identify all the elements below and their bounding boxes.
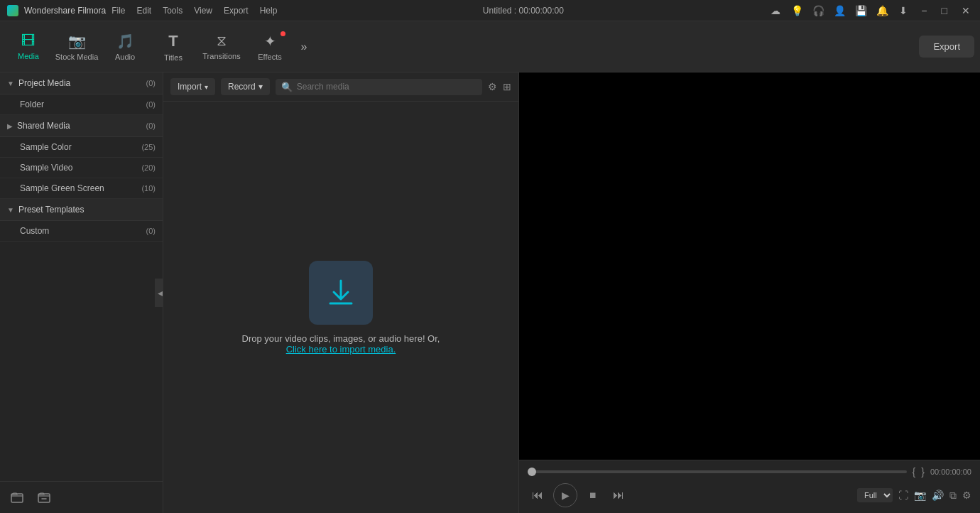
preview-buttons: ⏮ ▶ ⏹ ⏭ Full 1/2 1/4 ⛶ 📷 🔊 ⧉ ⚙ xyxy=(528,483,971,507)
pip-icon[interactable]: ⧉ xyxy=(949,490,957,502)
title-bar: Wondershare Filmora File Edit Tools View… xyxy=(0,0,980,21)
volume-icon[interactable]: 🔊 xyxy=(932,490,944,501)
tool-audio[interactable]: 🎵 Audio xyxy=(102,26,148,68)
menu-export[interactable]: Export xyxy=(224,6,249,16)
minimize-button[interactable]: − xyxy=(918,5,930,16)
close-button[interactable]: ✕ xyxy=(959,5,973,16)
import-label: Import xyxy=(178,82,202,92)
app-logo xyxy=(7,5,18,16)
preview-quality: Full 1/2 1/4 xyxy=(857,488,893,502)
menu-edit[interactable]: Edit xyxy=(137,6,152,16)
sidebar-item-custom[interactable]: Custom (0) xyxy=(0,221,163,242)
stop-button[interactable]: ⏹ xyxy=(583,485,603,505)
custom-count: (0) xyxy=(146,227,156,235)
titles-icon: T xyxy=(168,32,178,50)
sidebar-item-folder[interactable]: Folder (0) xyxy=(0,94,163,115)
preview-right-icons: ⛶ 📷 🔊 ⧉ ⚙ xyxy=(898,490,971,502)
drop-link[interactable]: Click here to import media. xyxy=(286,344,396,355)
effects-icon: ✦ xyxy=(264,33,276,50)
record-label: Record xyxy=(228,82,256,92)
sidebar-section-preset-templates[interactable]: ▼ Preset Templates xyxy=(0,199,163,221)
fullscreen-icon[interactable]: ⛶ xyxy=(898,490,908,501)
import-arrow-icon: ▾ xyxy=(205,83,208,91)
tool-stock-media[interactable]: 📷 Stock Media xyxy=(54,26,99,68)
sample-color-count: (25) xyxy=(141,143,156,151)
media-panel: Import ▾ Record ▾ 🔍 ⚙ ⊞ xyxy=(163,72,518,513)
grid-icon[interactable]: ⊞ xyxy=(503,81,511,92)
sidebar-collapse-button[interactable]: ◀ xyxy=(155,279,163,307)
maximize-button[interactable]: □ xyxy=(939,5,950,16)
tool-media-label: Media xyxy=(18,52,39,60)
marker-left[interactable]: { xyxy=(913,466,916,477)
sidebar-item-sample-video[interactable]: Sample Video (20) xyxy=(0,158,163,178)
title-bar-left: Wondershare Filmora File Edit Tools View… xyxy=(7,5,277,16)
project-media-label: Project Media xyxy=(18,78,146,88)
headphone-icon[interactable]: 🎧 xyxy=(812,4,824,17)
play-button[interactable]: ▶ xyxy=(553,483,577,507)
menu-view[interactable]: View xyxy=(194,6,212,16)
download-icon[interactable]: ⬇ xyxy=(897,4,910,17)
title-center: Untitled : 00:00:00:00 xyxy=(483,6,564,16)
preset-templates-chevron-icon: ▼ xyxy=(7,206,14,214)
tool-media[interactable]: 🎞 Media xyxy=(6,26,51,68)
svg-rect-1 xyxy=(38,494,50,502)
main-area: ▼ Project Media (0) Folder (0) ▶ Shared … xyxy=(0,72,980,513)
download-icon xyxy=(323,275,359,310)
drop-icon-container xyxy=(309,261,373,325)
stock-media-icon: 📷 xyxy=(68,33,86,50)
title-bar-menu: File Edit Tools View Export Help xyxy=(111,6,277,16)
step-back-button[interactable]: ⏮ xyxy=(528,485,548,505)
tool-transitions-label: Transitions xyxy=(202,52,240,60)
media-drop-area[interactable]: Drop your video clips, images, or audio … xyxy=(163,102,518,513)
step-forward-button[interactable]: ⏭ xyxy=(609,485,628,505)
preview-panel: { } 00:00:00:00 ⏮ ▶ ⏹ ⏭ Full 1/2 1/4 ⛶ xyxy=(518,72,980,513)
sidebar: ▼ Project Media (0) Folder (0) ▶ Shared … xyxy=(0,72,163,513)
screenshot-icon[interactable]: 📷 xyxy=(914,490,926,501)
tool-effects[interactable]: ✦ Effects xyxy=(247,26,293,68)
search-input[interactable] xyxy=(297,82,477,92)
quality-select[interactable]: Full 1/2 1/4 xyxy=(857,488,893,502)
transitions-icon: ⧖ xyxy=(217,33,227,49)
preview-controls: { } 00:00:00:00 ⏮ ▶ ⏹ ⏭ Full 1/2 1/4 ⛶ xyxy=(519,460,980,513)
menu-file[interactable]: File xyxy=(111,6,125,16)
tool-transitions[interactable]: ⧖ Transitions xyxy=(199,26,244,68)
notification-icon[interactable]: 🔔 xyxy=(876,4,888,17)
custom-label: Custom xyxy=(20,226,146,236)
search-box[interactable]: 🔍 xyxy=(276,79,482,95)
sample-green-screen-count: (10) xyxy=(141,184,156,193)
new-folder-button[interactable] xyxy=(7,487,27,507)
sidebar-section-project-media[interactable]: ▼ Project Media (0) xyxy=(0,72,163,94)
app-name: Wondershare Filmora xyxy=(24,6,106,16)
project-media-chevron-icon: ▼ xyxy=(7,80,14,87)
export-button[interactable]: Export xyxy=(919,36,974,58)
sidebar-section-shared-media[interactable]: ▶ Shared Media (0) xyxy=(0,115,163,137)
preview-progress: { } 00:00:00:00 xyxy=(528,466,971,477)
folder-label: Folder xyxy=(20,99,146,109)
lightbulb-icon[interactable]: 💡 xyxy=(790,4,803,17)
record-button[interactable]: Record ▾ xyxy=(221,78,270,95)
sidebar-item-sample-green-screen[interactable]: Sample Green Screen (10) xyxy=(0,178,163,199)
storage-icon[interactable]: 💾 xyxy=(854,4,867,17)
tool-titles[interactable]: T Titles xyxy=(151,26,196,68)
tool-titles-label: Titles xyxy=(164,53,183,62)
sidebar-item-sample-color[interactable]: Sample Color (25) xyxy=(0,137,163,158)
cloud-icon[interactable]: ☁ xyxy=(769,4,782,17)
effects-notification-dot xyxy=(281,31,285,36)
menu-tools[interactable]: Tools xyxy=(163,6,183,16)
filter-icon[interactable]: ⚙ xyxy=(488,81,497,92)
toolbar-more-button[interactable]: » xyxy=(295,38,312,55)
settings-icon[interactable]: ⚙ xyxy=(962,490,971,501)
menu-help[interactable]: Help xyxy=(260,6,278,16)
import-button[interactable]: Import ▾ xyxy=(170,78,215,95)
account-icon[interactable]: 👤 xyxy=(833,4,846,17)
audio-icon: 🎵 xyxy=(116,33,134,50)
tool-stock-media-label: Stock Media xyxy=(55,53,99,61)
record-arrow-icon: ▾ xyxy=(258,82,263,92)
progress-bar[interactable] xyxy=(528,470,907,473)
sidebar-footer xyxy=(0,481,163,513)
shared-media-chevron-icon: ▶ xyxy=(7,122,13,130)
remove-folder-button[interactable] xyxy=(34,487,54,507)
marker-right[interactable]: } xyxy=(921,466,925,477)
progress-handle[interactable] xyxy=(528,468,536,476)
sidebar-content: ▼ Project Media (0) Folder (0) ▶ Shared … xyxy=(0,72,163,481)
